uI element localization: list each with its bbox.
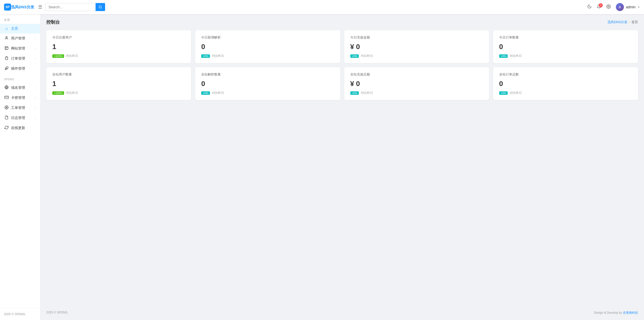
stat-badge: +0% <box>499 54 508 58</box>
username-label: admin <box>626 5 635 9</box>
orders-icon <box>4 56 9 61</box>
page-footer: 2025 © SPDNS. Design & Develop by 史莱姆科技 <box>46 306 638 315</box>
stat-compare: 对比昨日 <box>361 91 373 95</box>
search-icon <box>99 5 102 9</box>
sidebar-item-workorder[interactable]: 工单管理 › <box>0 103 40 113</box>
stat-title: 全站订单总数 <box>499 72 632 77</box>
breadcrumb-brand[interactable]: 迅风DNS分发 <box>608 20 627 24</box>
sidebar-item-domain[interactable]: 域名管理 › <box>0 83 40 93</box>
svg-point-0 <box>99 6 101 8</box>
stats-grid-row1: 今日注册用户 1 +100% 对比昨日 今日新增解析 0 +0% 对比昨日 今日… <box>46 30 638 63</box>
breadcrumb-sep: / <box>629 20 630 24</box>
sidebar-item-users[interactable]: 用户管理 › <box>0 33 40 44</box>
sidebar-item-card[interactable]: 卡密管理 › <box>0 93 40 103</box>
home-icon: ⌂ <box>4 26 9 31</box>
stat-compare: 对比昨日 <box>510 54 522 58</box>
theme-toggle-icon[interactable] <box>587 4 592 10</box>
chevron-right-icon-3: › <box>35 57 36 60</box>
sidebar-label-website: 网站管理 <box>11 46 25 51</box>
stat-footer: +0% 对比昨日 <box>201 91 334 95</box>
stat-card: 全站用户数量 1 +100% 对比昨日 <box>46 67 191 100</box>
search-button[interactable] <box>96 3 105 11</box>
stat-badge: +0% <box>499 91 508 95</box>
stat-card: 今日订单数量 0 +0% 对比昨日 <box>493 30 638 63</box>
avatar: A <box>616 3 624 11</box>
stat-badge: +0% <box>201 54 210 58</box>
chevron-right-icon: › <box>35 37 36 40</box>
chevron-right-icon-6: › <box>35 107 36 109</box>
sidebar-label-users: 用户管理 <box>11 36 25 41</box>
sidebar-item-website[interactable]: 网站管理 › <box>0 44 40 54</box>
breadcrumb-current: 首页 <box>631 20 638 24</box>
main-content: 控制台 迅风DNS分发 / 首页 今日注册用户 1 +100% 对比昨日 今日新… <box>40 14 644 320</box>
svg-rect-5 <box>6 57 7 57</box>
chevron-right-icon-4: › <box>35 87 36 89</box>
page-title: 控制台 <box>46 19 60 25</box>
sidebar-footer: 2025 © SPDNS. <box>0 308 40 320</box>
chevron-right-icon-7: › <box>35 117 36 119</box>
stat-title: 今日注册用户 <box>52 35 185 40</box>
stat-footer: +0% 对比昨日 <box>350 91 483 95</box>
stats-grid-row2: 全站用户数量 1 +100% 对比昨日 全站解析数量 0 +0% 对比昨日 全站… <box>46 67 638 100</box>
svg-line-1 <box>101 8 102 9</box>
chevron-right-icon-2: › <box>35 47 36 50</box>
logs-icon <box>4 115 9 121</box>
stat-value: 1 <box>52 43 185 51</box>
sidebar-label-orders: 订单管理 <box>11 56 25 61</box>
stat-card: 全站充值总额 ¥ 0 +0% 对比昨日 <box>344 67 489 100</box>
stat-compare: 对比昨日 <box>510 91 522 95</box>
app-header: SP 迅风DNS分发 ☰ 2 <box>0 0 644 14</box>
card-icon <box>4 95 9 100</box>
sidebar-item-update[interactable]: 在线更新 <box>0 123 40 133</box>
stat-footer: +100% 对比昨日 <box>52 91 185 95</box>
workorder-icon <box>4 105 9 110</box>
stat-title: 全站充值总额 <box>350 72 483 77</box>
stat-value: 0 <box>201 80 334 88</box>
svg-rect-4 <box>5 47 8 50</box>
sidebar-label-logs: 日志管理 <box>11 116 25 120</box>
stat-value: ¥ 0 <box>350 43 483 51</box>
sidebar-item-plugins[interactable]: 插件管理 <box>0 64 40 74</box>
stat-value: 1 <box>52 80 185 88</box>
sidebar-item-home[interactable]: ⌂ 主页 <box>0 24 40 33</box>
stat-footer: +0% 对比昨日 <box>350 54 483 58</box>
stat-value: ¥ 0 <box>350 80 483 88</box>
stat-compare: 对比昨日 <box>66 91 78 95</box>
stat-compare: 对比昨日 <box>361 54 373 58</box>
sidebar-label-domain: 域名管理 <box>11 86 25 90</box>
stat-footer: +0% 对比昨日 <box>201 54 334 58</box>
sidebar: 常用 ⌂ 主页 用户管理 › 网站管理 › <box>0 14 40 320</box>
search-bar <box>45 3 105 11</box>
user-menu[interactable]: A admin ▼ <box>616 3 640 11</box>
domain-icon <box>4 85 9 90</box>
breadcrumb: 迅风DNS分发 / 首页 <box>608 20 638 24</box>
stat-footer: +0% 对比昨日 <box>499 54 632 58</box>
sidebar-item-logs[interactable]: 日志管理 › <box>0 113 40 123</box>
logo-text: SP <box>6 5 10 9</box>
sidebar-label-workorder: 工单管理 <box>11 106 25 110</box>
menu-toggle-icon[interactable]: ☰ <box>38 4 42 10</box>
stat-value: 0 <box>201 43 334 51</box>
stat-card: 今日新增解析 0 +0% 对比昨日 <box>195 30 340 63</box>
stat-title: 全站解析数量 <box>201 72 334 77</box>
app-layout: 常用 ⌂ 主页 用户管理 › 网站管理 › <box>0 14 644 320</box>
search-input[interactable] <box>45 3 96 11</box>
sidebar-label-update: 在线更新 <box>11 126 25 130</box>
website-icon <box>4 46 9 51</box>
plugins-icon <box>4 66 9 71</box>
stat-footer: +0% 对比昨日 <box>499 91 632 95</box>
stat-card: 全站解析数量 0 +0% 对比昨日 <box>195 67 340 100</box>
sidebar-label-plugins: 插件管理 <box>11 66 25 71</box>
notification-icon[interactable]: 2 <box>597 4 601 10</box>
stat-compare: 对比昨日 <box>66 54 78 58</box>
svg-point-11 <box>6 107 7 108</box>
chevron-right-icon-5: › <box>35 97 36 99</box>
settings-icon[interactable] <box>606 4 611 10</box>
footer-design: Design & Develop by 史莱姆科技 <box>594 311 638 315</box>
stat-badge: +100% <box>52 91 64 95</box>
sidebar-item-orders[interactable]: 订单管理 › <box>0 54 40 64</box>
footer-design-link[interactable]: 史莱姆科技 <box>623 311 638 314</box>
app-name: 迅风DNS分发 <box>11 5 34 10</box>
stat-title: 全站用户数量 <box>52 72 185 77</box>
stat-value: 0 <box>499 80 632 88</box>
